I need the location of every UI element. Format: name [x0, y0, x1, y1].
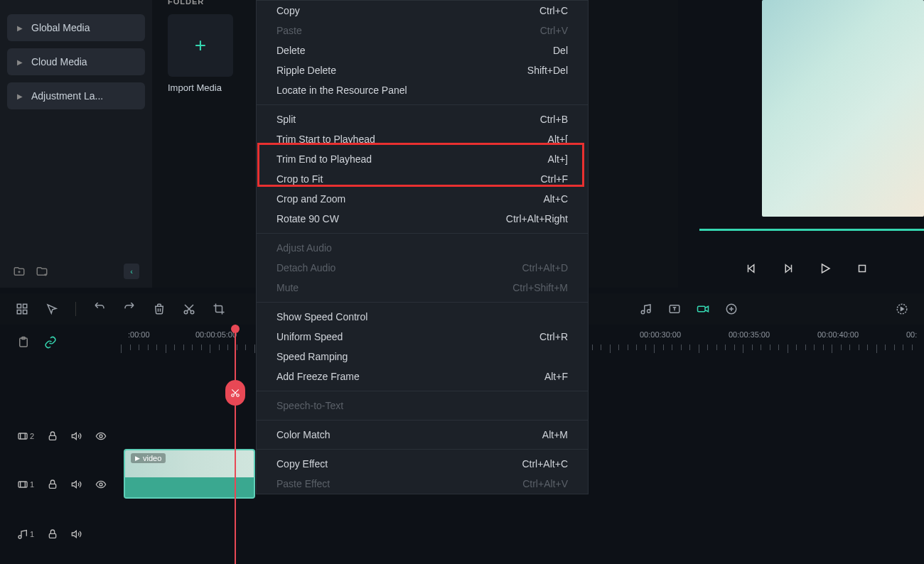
caret-right-icon: ▶: [17, 24, 23, 32]
preview-video[interactable]: [762, 0, 924, 217]
svg-point-13: [232, 394, 235, 397]
svg-rect-2: [23, 304, 27, 308]
lock-icon[interactable]: [47, 479, 58, 490]
menu-separator: [257, 104, 588, 105]
undo-icon[interactable]: [93, 303, 106, 315]
sidebar-item-label: Cloud Media: [31, 56, 87, 67]
menu-separator: [257, 420, 588, 421]
menu-item-ripple-delete[interactable]: Ripple DeleteShift+Del: [257, 60, 588, 80]
playhead[interactable]: [235, 325, 236, 564]
preview-progress-bar[interactable]: [699, 229, 924, 231]
stop-icon[interactable]: [856, 262, 869, 275]
menu-item-speed-ramping[interactable]: Speed Ramping: [257, 347, 588, 367]
folder-add-icon[interactable]: [13, 265, 26, 278]
menu-item-color-match[interactable]: Color MatchAlt+M: [257, 425, 588, 445]
svg-rect-15: [18, 433, 27, 439]
crop-icon[interactable]: [213, 303, 225, 315]
play-icon[interactable]: [819, 262, 832, 275]
render-icon[interactable]: [896, 303, 908, 315]
track-number: 1: [30, 530, 34, 538]
sidebar-item-label: Adjustment La...: [31, 90, 103, 102]
svg-point-6: [190, 310, 194, 314]
svg-rect-8: [698, 306, 706, 312]
playhead-top-handle[interactable]: [231, 325, 240, 333]
grid-icon[interactable]: [16, 303, 28, 315]
svg-rect-19: [49, 484, 55, 488]
record-tool-icon[interactable]: [697, 303, 709, 315]
mute-icon[interactable]: [71, 430, 82, 442]
mute-icon[interactable]: [71, 479, 82, 490]
track-row: 1: [0, 516, 924, 552]
lock-icon[interactable]: [47, 528, 58, 540]
menu-item-delete[interactable]: DeleteDel: [257, 40, 588, 60]
effects-tool-icon[interactable]: [725, 303, 738, 315]
import-media-label: Import Media: [168, 82, 222, 93]
import-media-button[interactable]: +: [168, 14, 233, 77]
menu-item-paste-effect: Paste EffectCtrl+Alt+V: [257, 474, 588, 494]
cursor-icon[interactable]: [45, 303, 58, 315]
toolbar-right: [640, 303, 908, 315]
menu-item-crop-to-fit[interactable]: Crop to FitCtrl+F: [257, 169, 588, 189]
svg-rect-16: [49, 435, 55, 440]
clip-context-menu: CopyCtrl+CPasteCtrl+VDeleteDelRipple Del…: [256, 0, 589, 494]
visibility-icon[interactable]: [95, 430, 107, 442]
caret-right-icon: ▶: [17, 92, 23, 100]
sidebar-item-label: Global Media: [31, 22, 90, 33]
menu-item-copy[interactable]: CopyCtrl+C: [257, 1, 588, 21]
menu-item-rotate-90-cw[interactable]: Rotate 90 CWCtrl+Alt+Right: [257, 209, 588, 229]
step-back-icon[interactable]: [745, 262, 758, 275]
delete-icon[interactable]: [153, 303, 166, 315]
folder-heading: FOLDER: [168, 0, 204, 6]
preview-panel: [689, 0, 924, 288]
marker-icon[interactable]: [17, 336, 30, 349]
cut-icon[interactable]: [183, 303, 195, 315]
menu-separator: [257, 449, 588, 450]
svg-point-14: [237, 394, 240, 397]
video-track-icon: [17, 479, 28, 490]
video-track-icon: [17, 430, 28, 442]
text-tool-icon[interactable]: [668, 303, 681, 315]
menu-item-trim-end-to-playhead[interactable]: Trim End to PlayheadAlt+]: [257, 149, 588, 169]
menu-separator: [257, 302, 588, 303]
step-forward-icon[interactable]: [782, 262, 795, 275]
menu-item-uniform-speed[interactable]: Uniform SpeedCtrl+R: [257, 327, 588, 347]
menu-item-split[interactable]: SplitCtrl+B: [257, 109, 588, 129]
sidebar-item-cloud-media[interactable]: ▶ Cloud Media: [7, 48, 145, 75]
svg-rect-4: [23, 310, 27, 314]
ruler-timestamp: 00:00:35:00: [729, 330, 770, 339]
plus-icon: +: [195, 34, 206, 57]
ruler-timestamp: 00:: [906, 330, 917, 339]
lock-icon[interactable]: [47, 430, 58, 442]
svg-point-20: [100, 483, 102, 486]
menu-item-paste: PasteCtrl+V: [257, 21, 588, 40]
redo-icon[interactable]: [123, 303, 136, 315]
menu-item-mute: MuteCtrl+Shift+M: [257, 278, 588, 298]
audio-track-icon: [17, 528, 28, 540]
sidebar-panel: ▶ Global Media ▶ Cloud Media ▶ Adjustmen…: [0, 0, 152, 288]
playhead-scissors-handle[interactable]: [225, 380, 245, 406]
svg-rect-3: [17, 310, 21, 314]
folder-remove-icon[interactable]: [36, 265, 48, 278]
menu-item-copy-effect[interactable]: Copy EffectCtrl+Alt+C: [257, 454, 588, 474]
svg-rect-0: [859, 266, 866, 272]
mute-icon[interactable]: [71, 528, 82, 540]
sidebar-item-global-media[interactable]: ▶ Global Media: [7, 14, 145, 41]
caret-right-icon: ▶: [17, 58, 23, 66]
menu-item-locate-in-the-resource-panel[interactable]: Locate in the Resource Panel: [257, 80, 588, 100]
collapse-sidebar-button[interactable]: ‹: [124, 264, 139, 279]
menu-item-detach-audio: Detach AudioCtrl+Alt+D: [257, 258, 588, 278]
menu-item-add-freeze-frame[interactable]: Add Freeze FrameAlt+F: [257, 367, 588, 386]
svg-rect-1: [17, 304, 21, 308]
link-icon[interactable]: [44, 336, 57, 349]
menu-item-crop-and-zoom[interactable]: Crop and ZoomAlt+C: [257, 189, 588, 209]
menu-separator: [257, 391, 588, 391]
ruler-timestamp: 00:00:05:00: [195, 330, 237, 339]
audio-tool-icon[interactable]: [640, 303, 652, 315]
svg-rect-21: [49, 533, 55, 538]
track-number: 1: [30, 480, 34, 489]
menu-item-trim-start-to-playhead[interactable]: Trim Start to PlayheadAlt+[: [257, 129, 588, 149]
sidebar-item-adjustment-layer[interactable]: ▶ Adjustment La...: [7, 82, 145, 109]
visibility-icon[interactable]: [95, 479, 107, 490]
menu-item-show-speed-control[interactable]: Show Speed Control: [257, 307, 588, 327]
separator: [75, 302, 76, 316]
